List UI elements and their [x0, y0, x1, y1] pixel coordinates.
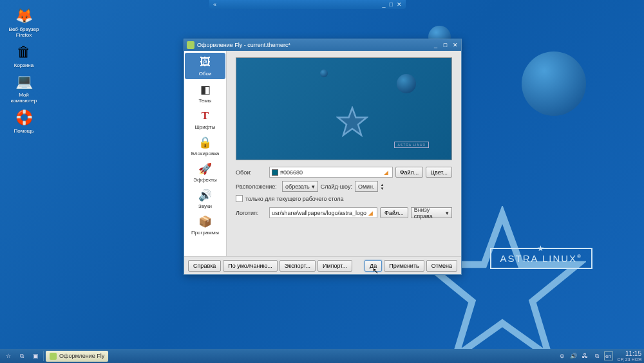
dialog-sidebar: 🖼 Обои◧ ТемыT Шрифты🔒 Блокировка🚀 Эффект…	[184, 51, 227, 256]
dialog-footer: Справка По умолчанию... Экспорт... Импор…	[184, 256, 461, 274]
desktop-icon-help[interactable]: 🛟 Помощь	[5, 108, 43, 135]
wallpaper-field-label: Обои:	[236, 169, 267, 176]
firefox-icon: 🦊	[14, 6, 33, 26]
sounds-icon: 🔊	[198, 188, 213, 202]
clear-icon[interactable]: ◢	[368, 210, 373, 216]
wallpaper-color-input[interactable]: #006680 ◢	[269, 167, 393, 178]
apply-button[interactable]: Применить	[384, 260, 424, 272]
badge-star-icon: ★	[537, 244, 545, 253]
sidebar-item-label: Обои	[199, 71, 212, 77]
top-close-icon[interactable]: ✕	[397, 1, 402, 8]
themes-icon: ◧	[198, 82, 213, 97]
help-icon: 🛟	[14, 108, 33, 127]
sidebar-item-themes[interactable]: ◧ Темы	[184, 80, 226, 106]
logo-path-input[interactable]: usr/share/wallpapers/logo/astra_logo ◢	[269, 207, 377, 218]
sidebar-item-effects[interactable]: 🚀 Эффекты	[184, 159, 226, 185]
sidebar-item-programs[interactable]: 📦 Программы	[184, 212, 226, 238]
desktop-sphere	[522, 51, 586, 116]
minimize-icon[interactable]: _	[432, 42, 439, 49]
layout-label: Расположение:	[236, 183, 279, 190]
file-manager-button[interactable]: ▣	[30, 350, 41, 362]
trash-icon: 🗑	[14, 42, 33, 62]
ok-button[interactable]: Да	[365, 260, 382, 272]
icon-label: Веб-браузерFirefox	[9, 27, 39, 39]
sidebar-item-label: Программы	[191, 230, 219, 236]
logo-label: Логотип:	[236, 210, 267, 216]
default-button[interactable]: По умолчанию...	[223, 260, 277, 272]
sidebar-item-fonts[interactable]: T Шрифты	[184, 106, 226, 133]
sidebar-item-wallpaper[interactable]: 🖼 Обои	[185, 53, 225, 79]
dialog-content: ASTRA LINUX Обои: #006680 ◢ Файл... Цвет…	[227, 51, 461, 256]
wallpaper-icon: 🖼	[198, 55, 213, 70]
top-maximize-icon[interactable]: □	[390, 1, 393, 8]
taskbar-app-button[interactable]: Оформление Fly	[46, 351, 108, 362]
lock-icon: 🔒	[198, 135, 213, 149]
svg-marker-1	[338, 108, 367, 136]
dialog-app-icon	[187, 41, 194, 49]
import-button[interactable]: Импорт...	[317, 260, 352, 272]
top-bar-chevron-icon[interactable]: «	[213, 1, 216, 8]
color-button[interactable]: Цвет...	[426, 167, 452, 178]
logo-file-button[interactable]: Файл...	[380, 207, 408, 218]
icon-label: Корзина	[14, 63, 33, 69]
programs-icon: 📦	[198, 214, 213, 228]
top-minimize-icon[interactable]: _	[383, 1, 386, 8]
slideshow-label: Слайд-шоу:	[321, 183, 352, 190]
network-icon[interactable]: 🖧	[581, 351, 590, 360]
icon-label: Помощь	[14, 129, 34, 135]
effects-icon: 🚀	[198, 162, 213, 176]
chevron-down-icon: ▾	[446, 210, 449, 216]
checkbox-label: только для текущего рабочего стола	[245, 196, 344, 202]
dialog-title: Оформление Fly - current.themerc*	[197, 42, 432, 48]
keyboard-layout[interactable]: en	[604, 351, 613, 360]
app-icon	[50, 353, 57, 360]
icon-label: Мойкомпьютер	[11, 93, 37, 104]
sidebar-item-label: Блокировка	[191, 151, 220, 156]
close-icon[interactable]: ✕	[451, 42, 459, 49]
help-button[interactable]: Справка	[188, 260, 221, 272]
desktop-icon-my-computer[interactable]: 💻 Мойкомпьютер	[5, 72, 43, 104]
current-desktop-checkbox[interactable]	[236, 195, 243, 202]
fonts-icon: T	[198, 109, 213, 123]
taskbar: ☆ ⧉ ▣ Оформление Fly ⊝ 🔊 🖧 ⧉ en 11:15 СР…	[0, 349, 644, 363]
volume-icon[interactable]: 🔊	[569, 351, 578, 360]
export-button[interactable]: Экспорт...	[279, 260, 316, 272]
maximize-icon[interactable]: □	[442, 42, 449, 49]
chevron-down-icon: ▾	[312, 183, 315, 190]
desktop-icon-trash[interactable]: 🗑 Корзина	[5, 42, 43, 69]
clear-icon[interactable]: ◢	[384, 169, 388, 176]
astra-linux-badge: ★ ASTRA LINUX®	[490, 248, 592, 269]
layout-select[interactable]: обрезать▾	[282, 181, 318, 192]
sidebar-item-label: Звуки	[198, 203, 212, 209]
top-panel: « _ □ ✕	[209, 0, 406, 9]
dialog-titlebar[interactable]: Оформление Fly - current.themerc* _ □ ✕	[184, 39, 461, 51]
sidebar-item-label: Шрифты	[194, 124, 215, 130]
start-button[interactable]: ☆	[3, 350, 14, 362]
spinner-down-icon[interactable]: ▼	[381, 187, 384, 191]
my-computer-icon: 💻	[14, 72, 33, 91]
accessibility-icon[interactable]: ⊝	[558, 351, 567, 360]
desktop-icon-firefox[interactable]: 🦊 Веб-браузерFirefox	[5, 6, 43, 39]
logo-position-select[interactable]: Внизу справа▾	[411, 207, 452, 218]
sidebar-item-label: Эффекты	[193, 177, 216, 183]
slideshow-select[interactable]: Омин.	[355, 181, 378, 192]
file-button[interactable]: Файл...	[395, 167, 424, 178]
sidebar-item-sounds[interactable]: 🔊 Звуки	[184, 185, 226, 212]
sidebar-item-label: Темы	[198, 98, 211, 104]
taskbar-clock[interactable]: 11:15 СР, 23 НОЯ	[615, 351, 641, 362]
show-desktop-button[interactable]: ⧉	[16, 350, 28, 362]
wallpaper-preview: ASTRA LINUX	[236, 57, 452, 160]
display-icon[interactable]: ⧉	[592, 351, 601, 360]
appearance-dialog: Оформление Fly - current.themerc* _ □ ✕ …	[184, 39, 462, 275]
color-swatch-icon	[272, 169, 278, 176]
cancel-button[interactable]: Отмена	[426, 260, 457, 272]
sidebar-item-lock[interactable]: 🔒 Блокировка	[184, 133, 226, 159]
